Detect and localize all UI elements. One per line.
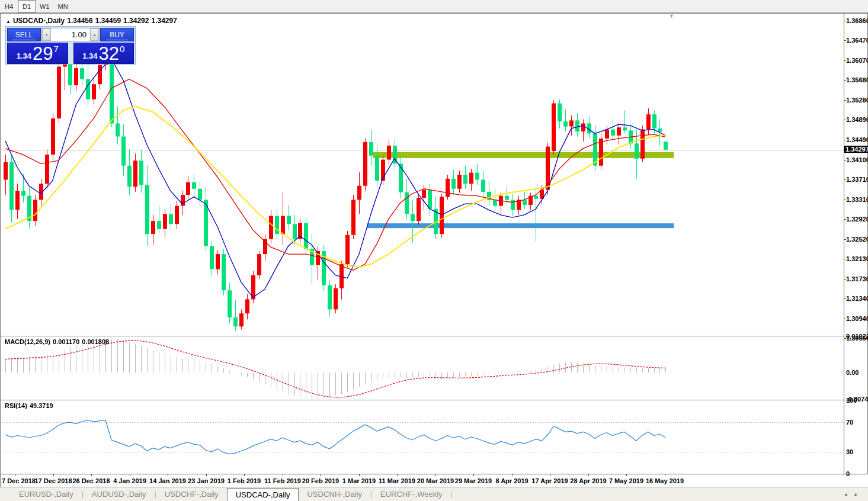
quote-high: 1.34459 [95, 17, 121, 25]
axis-tick [844, 219, 846, 220]
pane-separator-rsi[interactable] [1, 400, 868, 400]
tab-usdcnh-daily[interactable]: USDCNH-,Daily [299, 488, 370, 501]
date-axis-tick [473, 474, 474, 476]
date-axis-tick [626, 474, 627, 476]
buy-price-big: 32 [98, 46, 118, 62]
date-axis-tick [244, 474, 245, 476]
pane-separator-macd[interactable] [1, 336, 868, 336]
sell-price-display[interactable]: 1.34 29 7 [7, 43, 68, 64]
axis-tick [844, 40, 846, 41]
price-axis-label: 1.32130 [846, 255, 868, 262]
timeframe-toolbar: H4D1W1MN [0, 0, 868, 13]
tab-scroll-left-icon[interactable]: ◄ [843, 492, 854, 497]
axis-tick [844, 60, 846, 61]
date-axis-tick [206, 474, 207, 476]
price-axis-label: 1.32520 [846, 236, 868, 243]
date-axis-label: 7 May 2019 [609, 477, 643, 484]
date-axis-label: 20 Feb 2019 [302, 477, 339, 484]
macd-value-2: 0.001808 [82, 338, 109, 345]
axis-tick [844, 279, 846, 280]
date-axis-label: 11 Mar 2019 [379, 477, 415, 484]
volume-increase-button[interactable]: ▲ [90, 28, 99, 41]
price-axis-label: 1.35680 [846, 76, 868, 84]
macd-value-1: 0.001170 [53, 338, 79, 345]
macd-canvas[interactable] [2, 336, 844, 399]
tab-scroll-arrows[interactable]: ◄► [843, 492, 864, 497]
tab-scroll-right-icon[interactable]: ► [854, 492, 864, 497]
symbol-title: USDCAD-,Daily [13, 17, 65, 25]
timeframe-button-w1[interactable]: W1 [36, 0, 54, 12]
price-axis-label: 1.31730 [846, 275, 868, 282]
date-axis-tick [512, 474, 513, 476]
quote-open: 1.34456 [67, 17, 92, 25]
price-axis-label: 1.30940 [846, 315, 868, 322]
collapse-panel-icon[interactable]: ▲ [6, 19, 11, 24]
tab-usdcad-daily[interactable]: USDCAD-,Daily [227, 488, 299, 501]
date-axis-label: 20 Mar 2019 [417, 477, 454, 484]
date-axis-tick [435, 474, 436, 476]
date-axis-tick [168, 474, 168, 476]
axis-tick [844, 140, 846, 140]
axis-tick [844, 319, 846, 319]
quote-close: 1.34297 [151, 17, 177, 25]
price-axis-divider [844, 13, 844, 474]
price-axis-label: 1.36860 [846, 17, 868, 24]
timeframe-button-d1[interactable]: D1 [18, 0, 36, 12]
price-axis-label: 1.31340 [846, 295, 868, 302]
rsi-panel-label: RSI(14)49.3719 [5, 402, 56, 409]
rsi-axis-label: 100 [846, 397, 868, 404]
volume-decrease-button[interactable]: ▼ [42, 28, 51, 41]
macd-axis-label: 0.00 [846, 369, 868, 376]
axis-tick [844, 21, 846, 21]
timeframe-button-mn[interactable]: MN [54, 0, 72, 12]
tab-eurusd-daily[interactable]: EURUSD-,Daily [11, 488, 82, 501]
price-axis-label: 1.35280 [846, 97, 868, 104]
rsi-axis-label: 30 [846, 448, 868, 455]
timeframe-button-h4[interactable]: H4 [0, 0, 18, 12]
one-click-trading-panel: SELL ▼ 1.00 ▲ BUY 1.34 29 7 1.34 32 0 [5, 26, 136, 65]
date-axis-label: 17 Apr 2019 [531, 477, 568, 484]
sell-price-big: 29 [33, 46, 53, 62]
volume-input[interactable]: 1.00 [51, 28, 90, 41]
date-axis-label: 28 Apr 2019 [570, 477, 606, 484]
date-axis-label: 1 Mar 2019 [342, 477, 376, 484]
buy-price-sup: 0 [120, 44, 124, 54]
date-axis-label: 23 Jan 2019 [188, 477, 225, 484]
rsi-canvas[interactable] [2, 400, 844, 474]
buy-price-small: 1.34 [82, 52, 97, 60]
date-axis-label: 29 Mar 2019 [455, 477, 492, 484]
up-arrow-icon: ▲ [93, 33, 97, 37]
date-axis-label: 8 Apr 2019 [495, 477, 528, 484]
buy-price-display[interactable]: 1.34 32 0 [73, 43, 134, 64]
rsi-axis-label: 0 [846, 470, 868, 477]
date-axis-label: 4 Jan 2019 [113, 477, 146, 484]
price-axis-label: 1.32920 [846, 216, 868, 223]
axis-tick [844, 200, 846, 200]
current-price-tag: 1.34297 [844, 146, 868, 153]
date-axis-tick [15, 474, 15, 476]
axis-tick [844, 120, 846, 120]
pane-border-top [1, 13, 868, 14]
date-axis-tick [321, 474, 321, 476]
sell-button[interactable]: SELL [7, 28, 41, 41]
tab-audusd-daily[interactable]: AUDUSD-,Daily [84, 488, 155, 501]
macd-axis-label: 0.010229 [846, 333, 868, 340]
date-axis-tick [665, 474, 665, 476]
tab-usdchf-daily[interactable]: USDCHF-,Daily [156, 488, 227, 501]
tab-eurchf-weekly[interactable]: EURCHF-,Weekly [372, 488, 451, 501]
chart-window: ▼ ▲USDCAD-,Daily1.344561.344591.342921.3… [0, 13, 868, 487]
axis-tick [844, 239, 846, 240]
date-axis-tick [550, 474, 550, 476]
chart-shift-marker-icon[interactable]: ▼ [669, 13, 674, 19]
rsi-name: RSI(14) [5, 402, 27, 409]
date-axis-tick [130, 474, 130, 476]
date-axis-tick [283, 474, 283, 476]
date-axis-label: 14 Jan 2019 [149, 477, 186, 484]
axis-tick [844, 259, 846, 259]
price-axis-label: 1.36470 [846, 37, 868, 44]
date-axis-tick [588, 474, 589, 476]
date-axis-tick [91, 474, 92, 476]
date-axis-tick [359, 474, 360, 476]
chart-tab-bar: EURUSD-,Daily|AUDUSD-,Daily|USDCHF-,Dail… [0, 487, 868, 501]
buy-button[interactable]: BUY [100, 28, 134, 41]
